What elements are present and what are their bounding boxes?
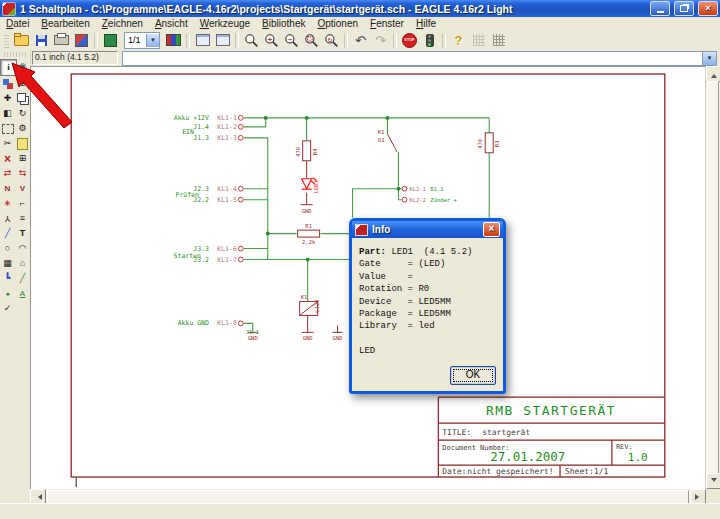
toolbar-handle[interactable]	[4, 33, 9, 48]
cam-processor-button[interactable]	[72, 32, 91, 49]
tool-erc-button[interactable]: ✓	[1, 302, 14, 315]
tool-rect-button[interactable]: ▦	[1, 257, 14, 270]
tool-polygon-button[interactable]: ⌂	[16, 257, 29, 270]
frames-button[interactable]	[213, 32, 232, 49]
palette-handle[interactable]	[4, 52, 26, 57]
tool-pinswap-button[interactable]: ⇄	[1, 167, 14, 180]
print-button[interactable]	[52, 32, 71, 49]
vertical-scrollbar[interactable]	[705, 66, 720, 489]
pinswap-arrows-icon: ⇄	[4, 169, 12, 178]
tool-split-button[interactable]: Y	[1, 212, 14, 225]
tool-name-button[interactable]: N	[1, 182, 14, 195]
menu-hilfe[interactable]: Hilfe	[416, 18, 436, 29]
component-name: LED1	[313, 180, 319, 193]
menu-bearbeiten[interactable]: Bearbeiten	[41, 18, 89, 29]
info-dialog-title: Info	[372, 224, 390, 235]
label-icon: A	[20, 290, 25, 298]
menu-fenster[interactable]: Fenster	[370, 18, 404, 29]
scroll-down-button[interactable]	[706, 473, 720, 489]
menu-datei[interactable]: Datei	[6, 18, 29, 29]
open-board-button[interactable]	[101, 32, 120, 49]
menu-werkzeuge[interactable]: Werkzeuge	[200, 18, 250, 29]
menu-zeichnen[interactable]: Zeichnen	[102, 18, 143, 29]
tool-bus-button[interactable]: ┗	[1, 272, 14, 285]
scroll-up-button[interactable]	[706, 66, 720, 82]
tool-group-button[interactable]	[1, 122, 14, 135]
sheet-selector[interactable]: 1/1 ▼	[124, 32, 160, 49]
schematic-canvas[interactable]: Akku +12V KL1-1 J1.4 KL1-2 EIN J1.3 KL1-…	[30, 66, 706, 489]
ok-button[interactable]: OK	[450, 366, 496, 385]
text-icon: T	[20, 229, 26, 238]
tool-paste-button[interactable]	[16, 137, 29, 150]
zoom-in-button[interactable]: +	[262, 32, 281, 49]
command-history-dropdown[interactable]: ▼	[702, 52, 716, 65]
tool-junction-button[interactable]: ●	[1, 287, 14, 300]
grid-button[interactable]	[489, 32, 508, 49]
gear-icon: ⚙	[18, 124, 26, 133]
tool-mirror-button[interactable]: ◧	[1, 107, 14, 120]
zoom-fit-button[interactable]	[242, 32, 261, 49]
net-label: Zünder +	[430, 197, 457, 203]
go-button[interactable]	[420, 32, 439, 49]
save-button[interactable]	[32, 32, 51, 49]
tool-miter-button[interactable]: ⌐	[16, 197, 29, 210]
undo-icon: ↶	[355, 33, 366, 48]
zoom-out-button[interactable]: −	[282, 32, 301, 49]
tool-text-button[interactable]: T	[16, 227, 29, 240]
menu-ansicht[interactable]: Ansicht	[155, 18, 188, 29]
rotate-icon: ↻	[19, 109, 27, 118]
minimize-button[interactable]	[650, 1, 670, 16]
tool-add-button[interactable]: ⊞	[16, 152, 29, 165]
tool-mark-button[interactable]: ⊕	[16, 77, 29, 90]
tool-info-button[interactable]: i	[0, 59, 17, 76]
zoom-select-button[interactable]	[302, 32, 321, 49]
tool-move-button[interactable]: ✚	[1, 92, 14, 105]
tool-copy-button[interactable]	[16, 92, 29, 105]
open-button[interactable]	[12, 32, 31, 49]
menu-optionen[interactable]: Optionen	[317, 18, 358, 29]
menu-bibliothek[interactable]: Bibliothek	[262, 18, 305, 29]
tool-arc-button[interactable]: ◠	[16, 242, 29, 255]
horizontal-scrollbar[interactable]	[30, 489, 706, 504]
pin-name: KL1-6	[217, 245, 237, 253]
tool-invoke-button[interactable]: ≡	[16, 212, 29, 225]
tool-rotate-button[interactable]: ↻	[16, 107, 29, 120]
tool-circle-button[interactable]: ○	[1, 242, 14, 255]
tool-value-button[interactable]: V	[16, 182, 29, 195]
tool-net-button[interactable]: ╱	[16, 272, 29, 285]
vertical-scroll-thumb[interactable]	[707, 81, 719, 474]
redo-button[interactable]: ↷	[371, 32, 390, 49]
zoom-redraw-button[interactable]: ↻	[322, 32, 341, 49]
chevron-down-icon[interactable]: ▼	[146, 34, 159, 47]
titleblock-sheet-label: Sheet:	[565, 467, 594, 476]
tool-label-button[interactable]: A	[16, 287, 29, 300]
main-toolbar: 1/1 ▼ + − ↻ ↶ ↷ STOP ?	[0, 30, 720, 51]
sheet-list-button[interactable]	[193, 32, 212, 49]
grid-faint-button[interactable]	[469, 32, 488, 49]
tool-gateswap-button[interactable]: ⇆	[16, 167, 29, 180]
tool-cut-button[interactable]: ✂	[1, 137, 14, 150]
close-button[interactable]: ×	[698, 1, 718, 16]
command-input[interactable]	[123, 53, 702, 64]
info-dialog-titlebar[interactable]: Info ×	[352, 221, 503, 238]
tool-display-button[interactable]	[1, 77, 14, 90]
move-arrows-icon: ✚	[4, 94, 12, 103]
help-button[interactable]: ?	[449, 32, 468, 49]
tool-smash-button[interactable]: ∗	[1, 197, 14, 210]
tool-show-button[interactable]: ◉	[16, 60, 29, 73]
tool-wire-button[interactable]: ╱	[1, 227, 14, 240]
use-library-button[interactable]	[164, 32, 183, 49]
restore-button[interactable]	[674, 1, 694, 16]
undo-button[interactable]: ↶	[351, 32, 370, 49]
stop-button[interactable]: STOP	[400, 32, 419, 49]
restore-icon	[680, 5, 688, 12]
horizontal-scroll-thumb[interactable]	[47, 490, 689, 504]
info-dialog-close-button[interactable]: ×	[483, 222, 500, 237]
rotation-line: Rotation = R0	[359, 283, 496, 295]
tool-delete-button[interactable]: ×	[1, 152, 14, 165]
pin-name: KL1-5	[217, 196, 237, 204]
component-value: 470	[477, 139, 483, 149]
traffic-light-icon	[426, 34, 434, 47]
tool-change-button[interactable]: ⚙	[16, 122, 29, 135]
info-dialog: Info × Part: LED1 (4.1 5.2) Gate = (LED)…	[349, 218, 506, 394]
